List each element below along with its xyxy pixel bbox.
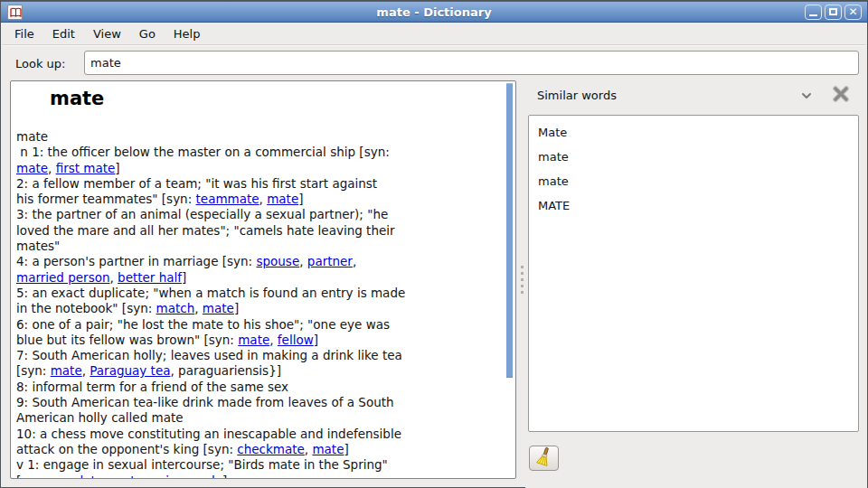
similar-words-title: Similar words [537, 89, 617, 102]
synonym-link[interactable]: fellow [278, 333, 314, 347]
scrollbar-thumb[interactable] [506, 83, 513, 378]
window-title: mate - Dictionary [1, 5, 867, 19]
definition-line: his former teammates" [syn: teammate, ma… [16, 192, 501, 207]
definition-line: 9: South American tea-like drink made fr… [16, 395, 501, 410]
definition-text: , [103, 474, 111, 479]
definition-line: mate, first mate] [16, 161, 501, 176]
panel-close-icon[interactable] [832, 85, 850, 103]
definition-text: attack on the opponent's king [syn: [16, 442, 237, 456]
definition-text: [syn: [16, 363, 51, 378]
definition-text: ] [234, 301, 239, 315]
synonym-link[interactable]: partner [307, 254, 353, 268]
definition-line: [syn: mate, Paraguay tea, paraguariensis… [16, 363, 501, 379]
synonym-link[interactable]: mate [238, 333, 269, 347]
definition-text: blue but its fellow was brown" [syn: [16, 333, 238, 347]
definition-text: 5: an exact duplicate; "when a match is … [16, 286, 405, 300]
definition-line: [syn: copulate, mate, pair, couple] [16, 474, 501, 479]
definition-text: 3: the partner of an animal (especially … [16, 207, 388, 221]
synonym-link[interactable]: pair [150, 474, 174, 479]
definition-line: blue but its fellow was brown" [syn: mat… [16, 333, 501, 348]
synonym-link[interactable]: married person [16, 270, 109, 285]
synonym-link[interactable]: couple [182, 474, 222, 479]
broom-icon [534, 446, 554, 470]
menu-item-file[interactable]: File [5, 24, 43, 44]
menu-item-go[interactable]: Go [130, 24, 165, 44]
lookup-label: Look up: [15, 57, 65, 70]
definition-line: 7: South American holly; leaves used in … [16, 348, 501, 363]
synonym-link[interactable]: mate [312, 442, 344, 456]
definition-text: , [259, 192, 268, 206]
definition-line: 5: an exact duplicate; "when a match is … [16, 286, 501, 301]
similar-word-item[interactable]: MATE [529, 193, 858, 218]
definition-text: 7: South American holly; leaves used in … [16, 348, 402, 362]
close-button[interactable]: ✕ [844, 5, 862, 20]
title-bar[interactable]: mate - Dictionary ✕ [1, 1, 867, 23]
definition-line: v 1: engage in sexual intercourse; "Bird… [16, 457, 501, 473]
menu-item-view[interactable]: View [84, 24, 130, 44]
definition-text: ] [115, 161, 119, 175]
synonym-link[interactable]: mate [16, 161, 48, 175]
similar-word-item[interactable]: mate [529, 145, 858, 169]
definition-scrollbar[interactable] [506, 81, 513, 478]
definition-text: 6: one of a pair; "he lost the mate to h… [16, 317, 390, 332]
synonym-link[interactable]: mate [203, 301, 234, 315]
synonym-link[interactable]: better half [118, 270, 182, 285]
definition-line: loved the mare and all her mates"; "came… [16, 223, 501, 239]
similar-words-header: Similar words [525, 80, 867, 111]
definition-text: , [269, 333, 278, 347]
definition-text: , paraguariensis}] [171, 363, 281, 378]
definition-line: 4: a person's partner in marriage [syn: … [16, 254, 501, 269]
definition-line: mate [16, 129, 501, 145]
synonym-link[interactable]: spouse [256, 254, 299, 268]
definition-text: ] [182, 270, 186, 285]
dictionary-window: mate - Dictionary ✕ FileEditViewGoHelp L… [0, 0, 868, 488]
chevron-down-icon[interactable] [798, 89, 815, 103]
synonym-link[interactable]: Paraguay tea [90, 363, 170, 378]
synonym-link[interactable]: mate [51, 363, 82, 378]
definition-line: American holly called mate [16, 410, 501, 426]
definition-text: , [194, 301, 203, 315]
synonym-link[interactable]: checkmate [237, 442, 305, 456]
definition-text: 8: informal term for a friend of the sam… [16, 380, 288, 394]
minimize-button[interactable] [805, 5, 822, 20]
synonym-link[interactable]: copulate [51, 474, 103, 479]
synonym-link[interactable]: teammate [196, 192, 259, 206]
clear-button[interactable] [529, 446, 559, 471]
close-icon: ✕ [845, 5, 861, 19]
definition-line: 8: informal term for a friend of the sam… [16, 380, 501, 395]
definition-line: 3: the partner of an animal (especially … [16, 207, 501, 222]
synonym-link[interactable]: first mate [56, 161, 116, 175]
synonym-link[interactable]: match [156, 301, 195, 315]
grip-dot [521, 278, 524, 281]
definition-text: , [299, 254, 307, 268]
menu-bar: FileEditViewGoHelp [2, 23, 866, 45]
definition-text: loved the mare and all her mates"; "came… [16, 223, 395, 238]
similar-words-list[interactable]: MatematemateMATE [528, 115, 859, 432]
definition-line: attack on the opponent's king [syn: chec… [16, 442, 501, 457]
minimize-icon [809, 14, 817, 16]
grip-dot [521, 272, 524, 275]
menu-item-help[interactable]: Help [165, 24, 210, 44]
similar-word-item[interactable]: mate [529, 169, 858, 193]
synonym-link[interactable]: mate [267, 192, 298, 206]
lookup-toolbar: Look up: [2, 45, 866, 80]
definition-view[interactable]: mate mate n 1: the officer below the mas… [10, 80, 516, 479]
lookup-input[interactable] [84, 51, 859, 75]
synonym-link[interactable]: mate [111, 474, 143, 479]
similar-word-item[interactable]: Mate [529, 120, 858, 145]
definition-text: , [353, 254, 356, 268]
definition-line: 2: a fellow member of a team; "it was hi… [16, 176, 501, 192]
grip-dot [521, 266, 524, 268]
maximize-button[interactable] [825, 5, 842, 20]
definition-text: his former teammates" [syn: [16, 192, 196, 206]
menu-item-edit[interactable]: Edit [43, 24, 84, 44]
definition-text: v 1: engage in sexual intercourse; "Bird… [16, 457, 388, 472]
definition-text: 9: South American tea-like drink made fr… [16, 395, 394, 409]
definition-line: n 1: the officer below the master on a c… [16, 145, 501, 160]
definition-text: American holly called mate [16, 410, 184, 425]
pane-splitter-handle[interactable] [518, 80, 525, 479]
definition-text: mates" [16, 239, 60, 253]
definition-text: in the notebook" [syn: [16, 301, 156, 315]
definition-text: , [48, 161, 56, 175]
definition-text: ] [344, 442, 348, 456]
